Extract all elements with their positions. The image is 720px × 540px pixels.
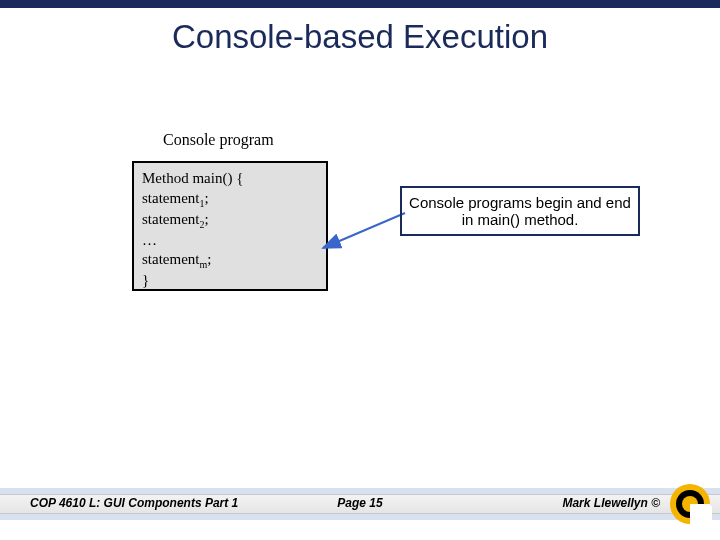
stmt-suffix: ; <box>204 190 208 206</box>
stmt-prefix: statement <box>142 251 199 267</box>
code-line-main: Method main() { <box>142 169 318 189</box>
slide-title: Console-based Execution <box>0 18 720 56</box>
code-line-stmtm: statementm; <box>142 250 318 271</box>
code-line-ellipsis: … <box>142 231 318 251</box>
slide: Console-based Execution Console program … <box>0 0 720 540</box>
stmt-prefix: statement <box>142 211 199 227</box>
code-line-close: } <box>142 271 318 291</box>
code-line-stmt2: statement2; <box>142 210 318 231</box>
callout-box: Console programs begin and end in main()… <box>400 186 640 236</box>
footer: COP 4610 L: GUI Components Part 1 Page 1… <box>0 488 720 530</box>
footer-band-bot <box>0 514 720 520</box>
footer-right: Mark Llewellyn © <box>562 496 660 510</box>
stmt-prefix: statement <box>142 190 199 206</box>
ucf-logo-icon <box>668 482 712 526</box>
code-box: Method main() { statement1; statement2; … <box>132 161 328 291</box>
svg-line-1 <box>323 213 405 248</box>
slide-content: Console program Method main() { statemen… <box>0 56 720 456</box>
program-label: Console program <box>163 131 274 149</box>
code-line-stmt1: statement1; <box>142 189 318 210</box>
stmt-suffix: ; <box>207 251 211 267</box>
stmt-suffix: ; <box>204 211 208 227</box>
